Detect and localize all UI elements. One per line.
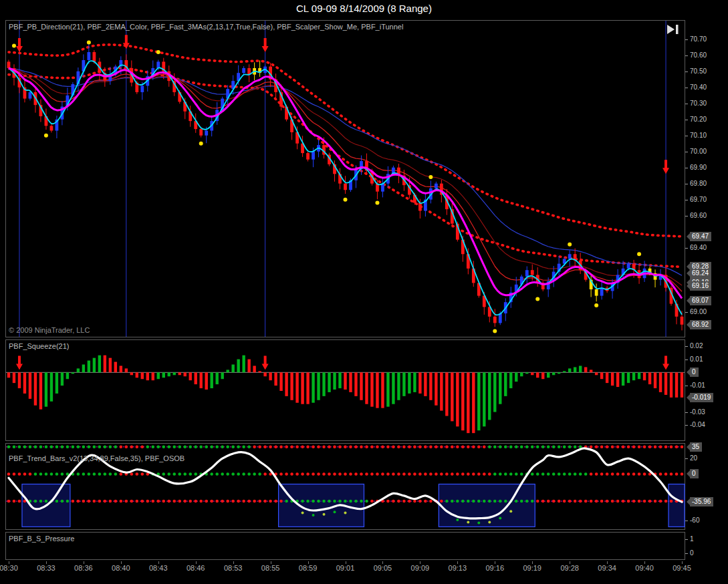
axis-tick-label: 69.00 bbox=[690, 308, 707, 315]
axis-tickmark bbox=[685, 136, 688, 136]
axis-tickmark bbox=[685, 216, 688, 216]
axis-tick-label: 0.02 bbox=[690, 342, 703, 349]
chart-canvas[interactable] bbox=[0, 0, 728, 584]
axis-tickmark bbox=[685, 152, 688, 152]
axis-tick-label: 69.80 bbox=[690, 180, 707, 187]
axis-tick-label: 69.60 bbox=[690, 212, 707, 219]
time-label: 08:30 bbox=[0, 564, 18, 572]
axis-tickmark bbox=[685, 168, 688, 168]
axis-tickmark bbox=[685, 539, 688, 540]
axis-tickmark bbox=[685, 553, 688, 554]
axis-tickmark bbox=[685, 184, 688, 184]
axis-tickmark bbox=[685, 39, 688, 40]
time-label: 09:09 bbox=[411, 564, 430, 572]
axis-tickmark bbox=[685, 200, 688, 200]
axis-tickmark bbox=[685, 55, 688, 56]
axis-value-marker: 69.07 bbox=[690, 296, 711, 305]
sell-arrows bbox=[16, 35, 669, 174]
axis-value-marker: -35.96 bbox=[690, 497, 713, 506]
axis-tick-label: 20 bbox=[690, 454, 697, 462]
time-label: 09:13 bbox=[449, 564, 467, 572]
axis-tick-label: 69.40 bbox=[690, 244, 707, 251]
time-label: 09:34 bbox=[598, 564, 616, 572]
time-label: 08:43 bbox=[149, 564, 168, 572]
time-label: 09:16 bbox=[486, 564, 505, 572]
axis-tick-label: 70.70 bbox=[690, 35, 707, 43]
axis-tickmark bbox=[685, 412, 688, 413]
axis-tick-label: 0.01 bbox=[690, 355, 703, 363]
axis-tick-label: 70.60 bbox=[690, 51, 707, 59]
candlesticks bbox=[7, 44, 684, 330]
price-panel-label: PBF_PB_Direction(21), PBF_2EMA_Color, PB… bbox=[9, 23, 403, 31]
axis-tickmark bbox=[685, 425, 688, 426]
time-label: 08:36 bbox=[74, 564, 93, 572]
price-axis[interactable]: 70.7070.6070.5070.4070.3070.2070.1070.00… bbox=[685, 0, 728, 561]
panel-borders bbox=[6, 21, 685, 560]
osob-highlight-boxes bbox=[22, 484, 685, 527]
time-label: 09:40 bbox=[635, 564, 654, 572]
axis-tickmark bbox=[685, 120, 688, 120]
axis-value-marker: 0 bbox=[690, 469, 699, 478]
squeeze-panel-graphics bbox=[6, 355, 685, 433]
copyright-text: © 2009 NinjaTrader, LLC bbox=[9, 326, 90, 334]
axis-tickmark bbox=[685, 71, 688, 72]
axis-tick-label: 1 bbox=[690, 535, 694, 543]
axis-value-marker: 35 bbox=[690, 442, 702, 452]
axis-tickmark bbox=[685, 346, 688, 347]
axis-tick-label: 70.20 bbox=[690, 116, 707, 123]
axis-tick-label: 69.70 bbox=[690, 196, 707, 203]
axis-tick-label: -0.03 bbox=[690, 408, 705, 416]
axis-tick-label: 70.00 bbox=[690, 148, 707, 155]
time-label: 09:05 bbox=[374, 564, 392, 572]
time-label: 09:28 bbox=[560, 564, 579, 572]
time-axis[interactable]: 08:3008:3308:3608:4008:4308:4608:5308:55… bbox=[0, 561, 728, 577]
axis-tick-label: 70.40 bbox=[690, 84, 707, 91]
price-panel-graphics bbox=[7, 21, 684, 337]
axis-tick-label: 70.50 bbox=[690, 67, 707, 75]
time-label: 09:01 bbox=[336, 564, 355, 572]
window-title: CL 09-09 8/14/2009 (8 Range) bbox=[296, 3, 432, 14]
axis-tickmark bbox=[685, 88, 688, 88]
title-bar: CL 09-09 8/14/2009 (8 Range) bbox=[0, 0, 728, 19]
axis-value-marker: 69.24 bbox=[690, 269, 711, 278]
time-label: 09:19 bbox=[523, 564, 541, 572]
time-label: 08:33 bbox=[37, 564, 55, 572]
time-label: 09:45 bbox=[673, 564, 691, 572]
trend-panel-label: PBF_Trend_Bars_v2(13,34,89,False,35), PB… bbox=[9, 454, 185, 462]
squeeze-sell-arrows bbox=[16, 355, 669, 370]
axis-value-marker: 69.16 bbox=[690, 281, 711, 291]
axis-value-marker: 0 bbox=[690, 368, 699, 377]
axis-tickmark bbox=[685, 521, 688, 521]
squeeze-panel-label: PBF_Squeeze(21) bbox=[9, 342, 70, 350]
axis-value-marker: 69.47 bbox=[690, 232, 711, 241]
axis-tickmark bbox=[685, 359, 688, 360]
axis-tickmark bbox=[685, 248, 688, 249]
axis-tickmark bbox=[685, 458, 688, 459]
axis-tick-label: 70.30 bbox=[690, 100, 707, 107]
chart-window: CL 09-09 8/14/2009 (8 Range) PBF_PB_Dire… bbox=[0, 0, 728, 584]
axis-tickmark bbox=[685, 312, 688, 313]
step-forward-icon[interactable] bbox=[666, 24, 681, 35]
axis-value-marker: -0.019 bbox=[690, 393, 713, 402]
time-label: 08:46 bbox=[187, 564, 205, 572]
axis-tick-label: 69.90 bbox=[690, 164, 707, 171]
pressure-panel-label: PBF_B_S_Pressure bbox=[9, 535, 74, 543]
axis-tickmark bbox=[685, 386, 688, 386]
axis-tick-label: -0.04 bbox=[690, 421, 705, 428]
time-label: 08:55 bbox=[261, 564, 280, 572]
axis-tick-label: 70.10 bbox=[690, 132, 707, 139]
time-label: 08:59 bbox=[299, 564, 318, 572]
axis-tick-label: -60 bbox=[690, 517, 699, 524]
axis-tickmark bbox=[685, 104, 688, 104]
time-label: 08:40 bbox=[112, 564, 130, 572]
axis-tick-label: 0 bbox=[690, 549, 694, 557]
axis-value-marker: 68.92 bbox=[690, 320, 711, 329]
axis-tick-label: -0.01 bbox=[690, 382, 705, 389]
time-label: 08:53 bbox=[224, 564, 243, 572]
